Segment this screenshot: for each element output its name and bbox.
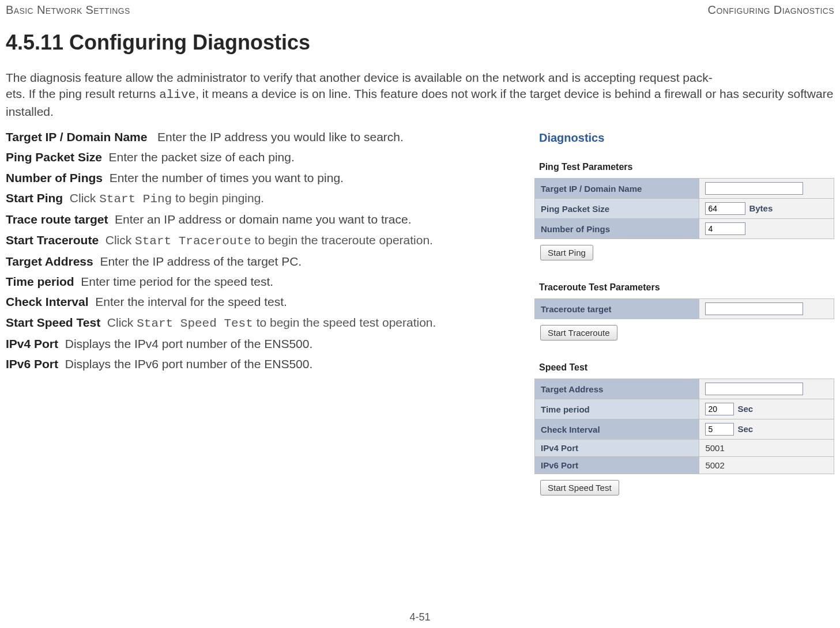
- ping-form: Target IP / Domain Name Ping Packet Size…: [534, 178, 834, 239]
- start-speed-test-button[interactable]: Start Speed Test: [540, 480, 619, 495]
- start-traceroute-button[interactable]: Start Traceroute: [540, 325, 617, 341]
- header-right: Configuring Diagnostics: [708, 3, 834, 17]
- speed-interval-input[interactable]: [705, 423, 734, 436]
- table-row: Check Interval Sec: [535, 419, 834, 440]
- page-title: 4.5.11 Configuring Diagnostics: [6, 31, 834, 55]
- speed-section-label: Speed Test: [539, 362, 834, 373]
- traceroute-form: Traceroute target: [534, 298, 834, 319]
- speed-form: Target Address Time period Sec Check Int…: [534, 379, 834, 474]
- ping-section-label: Ping Test Parameters: [539, 162, 834, 172]
- start-ping-button[interactable]: Start Ping: [540, 245, 593, 260]
- table-row: Target Address: [535, 379, 834, 399]
- ping-size-input[interactable]: [705, 202, 745, 215]
- speed-period-input[interactable]: [705, 403, 734, 415]
- table-row: Ping Packet Size Bytes: [535, 199, 834, 219]
- page-running-header: Basic Network Settings Configuring Diagn…: [6, 3, 834, 17]
- table-row: Number of Pings: [535, 219, 834, 239]
- panel-title: Diagnostics: [539, 131, 834, 145]
- speed-target-input[interactable]: [705, 383, 803, 395]
- table-row: IPv4 Port 5001: [535, 440, 834, 457]
- diagnostics-panel: Diagnostics Ping Test Parameters Target …: [532, 128, 834, 495]
- ipv6-port-value: 5002: [699, 457, 834, 474]
- page-number: 4-51: [0, 611, 840, 623]
- table-row: IPv6 Port 5002: [535, 457, 834, 474]
- table-row: Target IP / Domain Name: [535, 179, 834, 199]
- table-row: Traceroute target: [535, 299, 834, 319]
- table-row: Time period Sec: [535, 399, 834, 419]
- ping-count-input[interactable]: [705, 222, 745, 235]
- traceroute-target-input[interactable]: [705, 302, 803, 315]
- definition-list: Target IP / Domain Name Enter the IP add…: [6, 128, 532, 377]
- header-left: Basic Network Settings: [6, 3, 130, 17]
- traceroute-section-label: Traceroute Test Parameters: [539, 282, 834, 293]
- intro-paragraph: The diagnosis feature allow the administ…: [6, 70, 834, 120]
- ipv4-port-value: 5001: [699, 440, 834, 457]
- ping-target-input[interactable]: [705, 182, 803, 195]
